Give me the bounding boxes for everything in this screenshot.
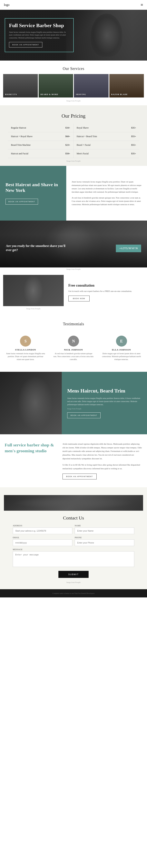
shave-image-credit: Image from Freepik bbox=[0, 268, 147, 271]
consultation-cta-button[interactable]: BOOK NOW bbox=[68, 296, 90, 302]
best-paragraph-1: Amet luctus venenatis lectus magna fring… bbox=[72, 180, 142, 194]
pricing-row-haircut-facial: Haircut and Facial $50+ bbox=[8, 150, 73, 158]
pricing-row-haircut-beardtrim: Haircut + Beard Trim $55+ bbox=[73, 132, 139, 141]
name-field-group: NAME bbox=[75, 525, 134, 534]
contact-title: Contact Us bbox=[4, 515, 143, 521]
testimonial-avatar-1: S bbox=[20, 336, 31, 347]
fullservice-left: Full service barber shop & men's groomin… bbox=[5, 442, 57, 454]
fullservice-cta-button[interactable]: BOOK AN APPOINTMENT bbox=[63, 473, 97, 479]
pricing-grid: Regular Haircut $34+ Royal Shave $35+ Ha… bbox=[4, 124, 143, 158]
footer: Complete tasks is better to use Visit Ge… bbox=[0, 589, 147, 597]
pricing-name: Regular Haircut bbox=[11, 126, 26, 129]
testimonial-name-3: ELLA JOHNSON bbox=[101, 348, 142, 351]
message-field-group: MESSAGE bbox=[13, 548, 134, 567]
address-field-group: ADDRESS bbox=[13, 525, 72, 534]
testimonial-avatar-3: E bbox=[116, 336, 127, 347]
shave-phone[interactable]: +1 (777) 787 87 78 bbox=[116, 245, 141, 252]
email-input[interactable] bbox=[13, 539, 72, 546]
testimonial-item-2: N NICK JOHNSON At sed risus in hendrerit… bbox=[51, 333, 96, 364]
pricing-name: Haircut and Facial bbox=[11, 152, 28, 155]
pricing-row-haircut-royalshave: Haircut + Royal Shave $60+ bbox=[8, 132, 73, 141]
phone-label: PHONE bbox=[75, 536, 134, 538]
service-shaving[interactable]: SHAVING bbox=[74, 74, 108, 97]
testimonials-section: Testimonials S STELLA LONDON Amet luctus… bbox=[0, 314, 147, 372]
testimonial-avatar-2: N bbox=[68, 336, 79, 347]
consultation-section: Image from Freepik Free consultation Get… bbox=[0, 271, 147, 314]
services-image-credit: Image from Freepik bbox=[0, 99, 147, 104]
mens-image-credit: Image from Freepik bbox=[67, 408, 142, 410]
pricing-price: $55+ bbox=[131, 135, 136, 138]
services-grid: HAIRCUTS BEARD & MORE SHAVING RAZOR BLAD… bbox=[0, 74, 147, 99]
service-label-haircuts: HAIRCUTS bbox=[5, 93, 17, 96]
testimonial-text-2: At sed risus in hendrerit gravida rutrum… bbox=[53, 352, 94, 361]
service-razor[interactable]: RAZOR BLADE bbox=[109, 74, 144, 97]
service-beard[interactable]: BEARD & MORE bbox=[39, 74, 73, 97]
pricing-name: Haircut + Royal Shave bbox=[11, 135, 32, 138]
hero-title: Full Service Barber Shop bbox=[9, 23, 69, 29]
nav-menu-icon[interactable]: ≡ bbox=[141, 2, 143, 7]
pricing-title: Our Pricing bbox=[0, 113, 147, 119]
fullservice-paragraph-1: Arido malesuada ornael egestas dignissim… bbox=[63, 442, 142, 460]
pricing-name: Haircut + Beard Trim bbox=[77, 135, 97, 138]
message-input[interactable] bbox=[13, 551, 134, 567]
testimonial-name-2: NICK JOHNSON bbox=[53, 348, 94, 351]
pricing-name: Beard + Facial bbox=[77, 144, 91, 147]
pricing-price: $35+ bbox=[131, 152, 136, 155]
consult-image-credit: Image from Freepik bbox=[3, 307, 64, 310]
service-haircuts[interactable]: HAIRCUTS bbox=[3, 74, 38, 97]
pricing-price: $50+ bbox=[65, 152, 70, 155]
address-input[interactable] bbox=[13, 527, 72, 534]
testimonial-name-1: STELLA LONDON bbox=[5, 348, 46, 351]
consultation-photo bbox=[3, 275, 64, 306]
contact-form: ADDRESS NAME EMAIL PHONE MESSAGE SUBMIT bbox=[13, 525, 134, 578]
testimonial-item-3: E ELLA JOHNSON Dolor magna eget sit lore… bbox=[99, 333, 144, 364]
hero-description: Amet luctus venenatis lectus magna fring… bbox=[9, 31, 69, 39]
submit-row: SUBMIT bbox=[13, 571, 134, 578]
contact-bg-image bbox=[4, 495, 143, 511]
phone-input[interactable] bbox=[75, 539, 134, 546]
message-label: MESSAGE bbox=[13, 548, 134, 551]
mens-heading: Mens Haircut, Beard Trim bbox=[67, 388, 142, 394]
best-paragraph-2: At sed risus in hendrerit gravida rutrum… bbox=[72, 196, 142, 206]
best-section: Best Haircut and Shave in New York BOOK … bbox=[0, 166, 147, 221]
hero-section: Full Service Barber Shop Amet luctus ven… bbox=[0, 10, 147, 61]
consultation-description: Get in touch with our expert barbers for… bbox=[68, 289, 142, 293]
hero-cta-button[interactable]: BOOK AN APPOINTMENT bbox=[9, 42, 42, 48]
testimonial-item-1: S STELLA LONDON Amet luctus venenatis le… bbox=[3, 333, 48, 364]
fullservice-right: Arido malesuada ornael egestas dignissim… bbox=[63, 442, 142, 479]
pricing-price: $60+ bbox=[65, 135, 70, 138]
name-input[interactable] bbox=[75, 527, 134, 534]
service-label-shaving: SHAVING bbox=[76, 93, 86, 96]
testimonials-grid: S STELLA LONDON Amet luctus venenatis le… bbox=[3, 333, 144, 364]
services-section: Our Services HAIRCUTS BEARD & MORE SHAVI… bbox=[0, 61, 147, 105]
pricing-name: Royal Shave bbox=[77, 126, 89, 129]
submit-button[interactable]: SUBMIT bbox=[58, 571, 89, 578]
mens-content: Mens Haircut, Beard Trim Amet luctus ven… bbox=[62, 372, 147, 434]
mens-cta-button[interactable]: BOOK AN APPOINTMENT bbox=[67, 412, 101, 418]
service-label-beard: BEARD & MORE bbox=[41, 93, 58, 96]
email-label: EMAIL bbox=[13, 536, 72, 538]
consultation-image: Image from Freepik bbox=[3, 275, 64, 310]
fullservice-section: Full service barber shop & men's groomin… bbox=[0, 434, 147, 487]
name-label: NAME bbox=[75, 525, 134, 527]
best-cta-button[interactable]: BOOK AN APPOINTMENT bbox=[5, 199, 38, 205]
phone-field-group: PHONE bbox=[75, 536, 134, 546]
footer-text: Complete tasks is better to use Visit Ge… bbox=[52, 592, 95, 594]
pricing-row-beard-trim: Beard Trim Machine $23+ bbox=[8, 141, 73, 150]
pricing-name: Beard Trim Machine bbox=[11, 144, 30, 147]
pricing-row-regular-haircut: Regular Haircut $34+ bbox=[8, 124, 73, 132]
pricing-price: $35+ bbox=[131, 126, 136, 129]
shave-heading: Are you ready for the smoothest shave yo… bbox=[6, 244, 69, 252]
services-title: Our Services bbox=[0, 61, 147, 74]
testimonials-title: Testimonials bbox=[3, 320, 144, 330]
pricing-price: $34+ bbox=[65, 126, 70, 129]
contact-section: Contact Us ADDRESS NAME EMAIL PHONE MESS… bbox=[0, 487, 147, 589]
consultation-heading: Free consultation bbox=[68, 283, 142, 287]
mens-description: Amet luctus venenatis lectus magna fring… bbox=[67, 397, 142, 406]
nav-logo: logo bbox=[4, 3, 9, 7]
best-right-panel: Amet luctus venenatis lectus magna fring… bbox=[66, 166, 147, 221]
navbar: logo ≡ bbox=[0, 0, 147, 10]
shave-section: Are you ready for the smoothest shave yo… bbox=[0, 221, 147, 268]
mens-section: Mens Haircut, Beard Trim Amet luctus ven… bbox=[0, 372, 147, 434]
hero-content: Full Service Barber Shop Amet luctus ven… bbox=[0, 12, 78, 58]
